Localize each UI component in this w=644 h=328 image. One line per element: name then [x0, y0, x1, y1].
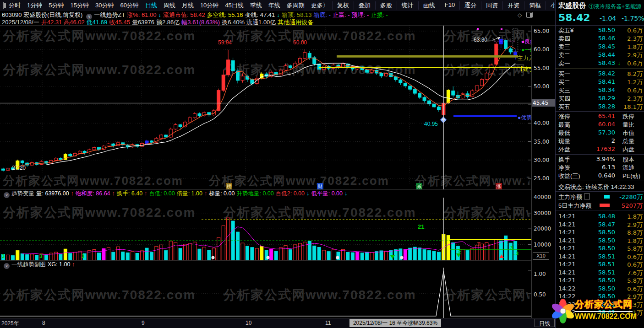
- svg-text:↑: ↑: [437, 104, 440, 110]
- chart-annotation: ●一般: [521, 47, 531, 53]
- info-seg: 一线趋势ZT: [94, 11, 125, 18]
- orderbook-row[interactable]: 卖三58.451.8万: [558, 43, 644, 51]
- menu-item-多股[interactable]: 多股: [375, 1, 397, 10]
- menu-item-15分钟[interactable]: 15分钟: [67, 1, 92, 10]
- menu-item-同资[interactable]: 同资: [481, 1, 502, 10]
- collapse-icon[interactable]: ∨: [4, 263, 10, 269]
- list-icon[interactable]: [584, 194, 590, 199]
- volume-chart[interactable]: 33333..3T21: [0, 198, 531, 261]
- menu-item-60分钟[interactable]: 60分钟: [117, 1, 142, 10]
- menu-item-周线[interactable]: 周线: [160, 1, 179, 10]
- orderbook-row[interactable]: 买三58.340.6万: [558, 86, 644, 95]
- window-toggle-icon[interactable]: [3, 2, 4, 9]
- menu-item-多周期[interactable]: 多周期: [284, 1, 308, 10]
- tick-row: 14:2158.501.8万: [558, 237, 644, 244]
- main-candle-chart[interactable]: ↑↑59.9460.0063.3040.95←27.20●良好●一般主力入【处于…: [0, 26, 531, 190]
- orderbook-row[interactable]: 买四58.292.3万: [558, 95, 644, 103]
- tick-row: 14:2158.510.6万: [558, 253, 644, 260]
- info-seg: 开42.31: [41, 19, 62, 26]
- orderbook-row[interactable]: 卖二58.442.9万: [558, 51, 644, 59]
- menu-item-45日线[interactable]: 45日线: [222, 1, 246, 10]
- panel-stock-name[interactable]: 宏盛股份: [558, 1, 586, 10]
- header-mini-icons: ◇: [518, 12, 533, 18]
- price-axis-label: 50.00: [534, 83, 549, 90]
- chart-annotation: 63.30: [474, 37, 487, 43]
- menu-item-开资[interactable]: 开资: [502, 1, 524, 10]
- stat-row: 外盘17632内盘: [558, 145, 644, 154]
- menu-item-日线[interactable]: 日线: [142, 1, 160, 10]
- stat-row: 收益(三)0.640PE(动): [558, 172, 644, 180]
- info-seg: 止损: -: [371, 11, 388, 18]
- stat-row: 现量2总量: [558, 137, 644, 145]
- collapse-icon[interactable]: ∨: [4, 192, 10, 198]
- tick-row: 14:2158.505.8万: [558, 245, 644, 252]
- menu-item-叠加[interactable]: 叠加: [354, 1, 375, 10]
- menu-item-画线[interactable]: 画线: [418, 1, 440, 10]
- info-seg: ↓: [277, 11, 280, 18]
- info-seg: 量: 63976.00: [36, 190, 69, 197]
- orderbook-row[interactable]: 卖一58.43↓0.6万: [558, 59, 644, 68]
- menu-item-季线[interactable]: 季线: [247, 1, 265, 10]
- stat-row: 换手3.94%股本: [558, 156, 644, 164]
- menu-item-分时[interactable]: 分时: [5, 1, 24, 10]
- diamond-icon[interactable]: ◇: [518, 12, 522, 18]
- info-seg: 预埋: -: [352, 11, 369, 18]
- event-marker-涨[interactable]: 涨: [496, 183, 502, 190]
- info-seg: 涨%: 61.00: [127, 11, 156, 18]
- flower-logo-icon: [551, 297, 575, 325]
- menu-item-10分钟[interactable]: 10分钟: [197, 1, 222, 10]
- info-seg: 升势地量: 0.00: [236, 190, 273, 197]
- event-marker-财[interactable]: 财: [317, 183, 323, 190]
- sub-axis-label: 1.00: [534, 271, 546, 277]
- info-seg: 低41.69: [87, 19, 108, 26]
- time-axis-label: 2025年: [1, 320, 19, 328]
- info-seg: ↓: [306, 190, 309, 197]
- orderbook-row[interactable]: 买五58.2818.1万: [558, 103, 644, 111]
- time-axis-label: 10: [246, 320, 251, 326]
- orderbook-row[interactable]: 买二58.411.2万: [558, 78, 644, 86]
- info-seg: XG: 1.00: [48, 261, 70, 268]
- info-seg: 一线趋势副图: [11, 261, 46, 268]
- info-seg: 换手: 6.40: [117, 190, 142, 197]
- subchart-header: ∨一线趋势副图XG: 1.00↑: [2, 261, 529, 269]
- price-change-pct: -1.75%: [622, 15, 644, 22]
- info-seg: 603090 宏盛股份(日线,前复权): [2, 11, 82, 18]
- top-menubar: 分时1分钟5分钟15分钟30分钟60分钟日线周线月线10分钟45日线季线年线多周…: [0, 0, 555, 11]
- menu-item-5分钟[interactable]: 5分钟: [45, 1, 67, 10]
- menu-item-统计[interactable]: 统计: [397, 1, 418, 10]
- chart-annotation: ●优势: [518, 114, 531, 121]
- info-seg: 换6.40%: [222, 19, 245, 26]
- price-axis-label: 65.00: [534, 28, 549, 34]
- menu-item-年线[interactable]: 年线: [265, 1, 284, 10]
- svg-text:3: 3: [458, 248, 461, 253]
- info-seg: ↓: [158, 11, 161, 18]
- info-seg: 多空线: 55.16: [207, 11, 243, 18]
- menu-item-30分钟[interactable]: 30分钟: [92, 1, 117, 10]
- price-axis-label: 55.00: [534, 65, 549, 71]
- panel-toggle-icon[interactable]: [526, 12, 533, 18]
- period-menu: 分时1分钟5分钟15分钟30分钟60分钟日线周线月线10分钟45日线季线年线多周…: [5, 1, 332, 10]
- menu-item-1分钟[interactable]: 1分钟: [24, 1, 45, 10]
- menu-item-F10[interactable]: F10: [440, 1, 459, 10]
- stat-row: 最低57.30市值: [558, 129, 644, 137]
- menu-item-更多〉[interactable]: 更多〉: [308, 1, 332, 10]
- menu-item-复权[interactable]: 复权: [332, 1, 354, 10]
- indicator-subchart[interactable]: [0, 268, 531, 318]
- event-marker-减[interactable]: 减: [416, 183, 422, 190]
- menu-item-月线[interactable]: 月线: [179, 1, 197, 10]
- menu-item-简框[interactable]: 简框: [524, 1, 546, 10]
- trading-terminal: 分时1分钟5分钟15分钟30分钟60分钟日线周线月线10分钟45日线季线年线多周…: [0, 0, 644, 328]
- last-price: 58.42: [558, 12, 590, 23]
- orderbook-row[interactable]: 卖四58.462.3万: [558, 35, 644, 43]
- info-seg: ↑: [112, 190, 115, 197]
- info-seg: 梯量: 0.00: [209, 190, 235, 197]
- orderbook-row[interactable]: 买一58.428.2万: [558, 70, 644, 78]
- orderbook-row[interactable]: 卖五¥58.500.6万: [558, 27, 644, 35]
- event-marker-榜[interactable]: 榜: [226, 183, 232, 190]
- trade-status: 交易状态: 连续竞价 14:22:33: [558, 183, 644, 191]
- concept-tag[interactable]: ①液冷服务器+氢能源: [589, 3, 641, 11]
- price-change: -1.04: [600, 15, 616, 22]
- menu-item-逐分[interactable]: 逐分: [459, 1, 481, 10]
- info-seg: 量63976: [132, 19, 154, 26]
- stat-row: 净资6.13流通: [558, 164, 644, 172]
